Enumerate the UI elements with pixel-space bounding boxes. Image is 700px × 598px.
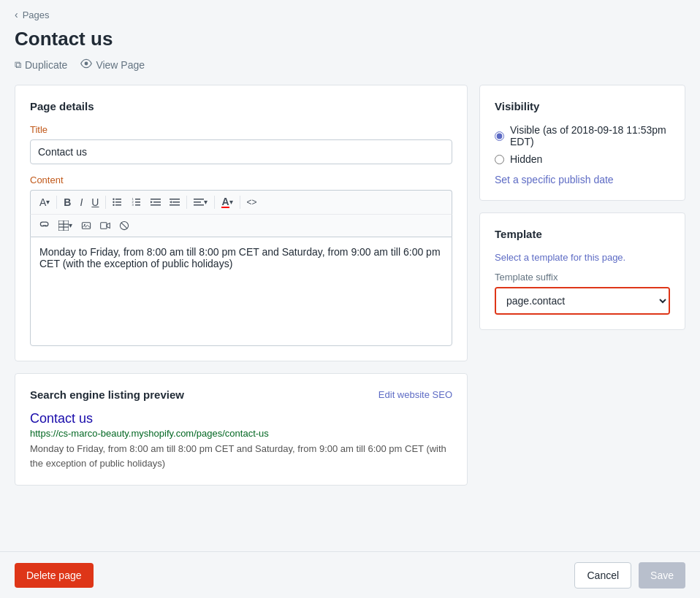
svg-rect-1 xyxy=(115,199,121,200)
color-arrow: ▾ xyxy=(229,199,233,206)
outdent-btn[interactable] xyxy=(165,194,184,210)
page-header: Contact us ⧉ Duplicate View Page xyxy=(0,25,700,79)
image-btn[interactable] xyxy=(77,218,96,234)
unordered-list-btn[interactable] xyxy=(108,194,127,210)
footer-actions-right: Cancel Save xyxy=(574,562,685,589)
toolbar-divider-4 xyxy=(214,196,215,209)
font-dropdown-arrow: ▾ xyxy=(46,199,50,206)
svg-rect-3 xyxy=(115,204,121,206)
hidden-label: Hidden xyxy=(510,153,542,165)
duplicate-button[interactable]: ⧉ Duplicate xyxy=(15,58,67,72)
pages-nav-link[interactable]: Pages xyxy=(23,9,50,20)
visibility-radio-group: Visible (as of 2018-09-18 11:53pm EDT) H… xyxy=(495,124,670,165)
editor-toolbar-row1: A ▾ B I U 123 xyxy=(30,190,452,214)
bold-btn[interactable]: B xyxy=(59,194,75,210)
svg-point-5 xyxy=(113,202,115,203)
title-input[interactable] xyxy=(30,139,452,164)
view-page-button[interactable]: View Page xyxy=(80,58,145,72)
svg-rect-14 xyxy=(153,202,161,203)
align-arrow: ▾ xyxy=(204,199,208,206)
template-description: Select a template for this page. xyxy=(495,252,670,263)
svg-rect-30 xyxy=(101,223,107,229)
svg-rect-9 xyxy=(135,204,140,206)
breadcrumb: ‹ Pages xyxy=(0,0,700,25)
seo-preview-desc: Monday to Friday, from 8:00 am till 8:00… xyxy=(30,442,452,470)
svg-rect-22 xyxy=(194,202,201,203)
underline-btn[interactable]: U xyxy=(87,194,103,210)
duplicate-icon: ⧉ xyxy=(15,59,21,71)
seo-header: Search engine listing preview Edit websi… xyxy=(30,388,452,401)
hidden-option[interactable]: Hidden xyxy=(495,153,670,165)
seo-preview-card: Search engine listing preview Edit websi… xyxy=(15,373,468,486)
template-card: Template Select a template for this page… xyxy=(479,212,685,330)
page-details-card: Page details Title Content A ▾ B I U xyxy=(15,85,468,361)
view-page-label: View Page xyxy=(96,59,145,71)
font-btn[interactable]: A ▾ xyxy=(35,194,54,210)
edit-seo-link[interactable]: Edit website SEO xyxy=(378,389,452,400)
visibility-card: Visibility Visible (as of 2018-09-18 11:… xyxy=(479,85,685,201)
svg-rect-8 xyxy=(135,202,140,203)
remove-format-btn[interactable] xyxy=(115,218,134,234)
align-btn[interactable]: ▾ xyxy=(189,194,212,210)
toolbar-divider-1 xyxy=(56,196,57,209)
svg-rect-23 xyxy=(194,204,204,206)
template-suffix-label: Template suffix xyxy=(495,272,670,283)
template-card-title: Template xyxy=(495,228,670,240)
set-publish-date-link[interactable]: Set a specific publish date xyxy=(495,174,614,185)
svg-point-4 xyxy=(113,199,115,200)
font-icon: A xyxy=(39,197,46,207)
indent-btn[interactable] xyxy=(146,194,165,210)
delete-page-button[interactable]: Delete page xyxy=(15,563,94,588)
svg-marker-16 xyxy=(151,201,153,204)
table-arrow: ▾ xyxy=(69,222,72,229)
ordered-list-btn[interactable]: 123 xyxy=(127,194,146,210)
seo-preview-url: https://cs-marco-beauty.myshopify.com/pa… xyxy=(30,428,452,439)
svg-point-0 xyxy=(85,62,88,66)
template-select[interactable]: page.contact page page.faq page.about xyxy=(496,288,669,313)
svg-rect-7 xyxy=(135,199,140,200)
eye-icon xyxy=(80,58,92,72)
svg-rect-15 xyxy=(151,204,161,206)
select-template-link[interactable]: Select a template for this page. xyxy=(495,252,625,263)
visible-radio[interactable] xyxy=(495,131,504,141)
svg-marker-20 xyxy=(170,201,172,204)
hidden-radio[interactable] xyxy=(495,155,504,164)
svg-rect-13 xyxy=(151,199,161,200)
toolbar-divider-2 xyxy=(105,196,106,209)
svg-line-32 xyxy=(121,223,127,229)
save-button[interactable]: Save xyxy=(639,562,685,589)
italic-btn[interactable]: I xyxy=(75,194,87,210)
table-btn[interactable]: ▾ xyxy=(54,218,77,234)
header-actions: ⧉ Duplicate View Page xyxy=(15,58,685,72)
cancel-button[interactable]: Cancel xyxy=(574,562,631,589)
video-btn[interactable] xyxy=(96,218,115,234)
svg-rect-21 xyxy=(194,199,204,200)
svg-rect-2 xyxy=(115,202,121,203)
main-content: Page details Title Content A ▾ B I U xyxy=(0,79,700,544)
svg-rect-18 xyxy=(172,202,180,203)
svg-text:3: 3 xyxy=(132,203,134,207)
svg-point-6 xyxy=(113,204,115,206)
seo-preview-title[interactable]: Contact us xyxy=(30,411,452,426)
text-color-btn[interactable]: A ▾ xyxy=(217,193,237,211)
visible-option[interactable]: Visible (as of 2018-09-18 11:53pm EDT) xyxy=(495,124,670,147)
link-btn[interactable] xyxy=(35,218,54,234)
svg-rect-28 xyxy=(82,223,90,229)
code-btn[interactable]: <> xyxy=(243,195,262,210)
toolbar-divider-5 xyxy=(240,196,240,209)
visible-label: Visible (as of 2018-09-18 11:53pm EDT) xyxy=(510,124,670,147)
editor-toolbar-row2: ▾ xyxy=(30,214,452,237)
toolbar-divider-3 xyxy=(186,196,187,209)
editor-content: Monday to Friday, from 8:00 am till 8:00… xyxy=(39,246,441,269)
text-color-icon: A xyxy=(221,196,229,208)
footer: Delete page Cancel Save xyxy=(0,551,700,598)
editor-body[interactable]: Monday to Friday, from 8:00 am till 8:00… xyxy=(30,237,452,346)
duplicate-label: Duplicate xyxy=(25,59,67,71)
page-title: Contact us xyxy=(15,28,685,50)
seo-card-title: Search engine listing preview xyxy=(30,388,184,401)
right-column: Visibility Visible (as of 2018-09-18 11:… xyxy=(479,85,685,330)
visibility-card-title: Visibility xyxy=(495,100,670,112)
title-field-label: Title xyxy=(30,124,452,135)
template-select-wrapper: page.contact page page.faq page.about xyxy=(495,287,670,315)
svg-rect-19 xyxy=(170,204,180,206)
